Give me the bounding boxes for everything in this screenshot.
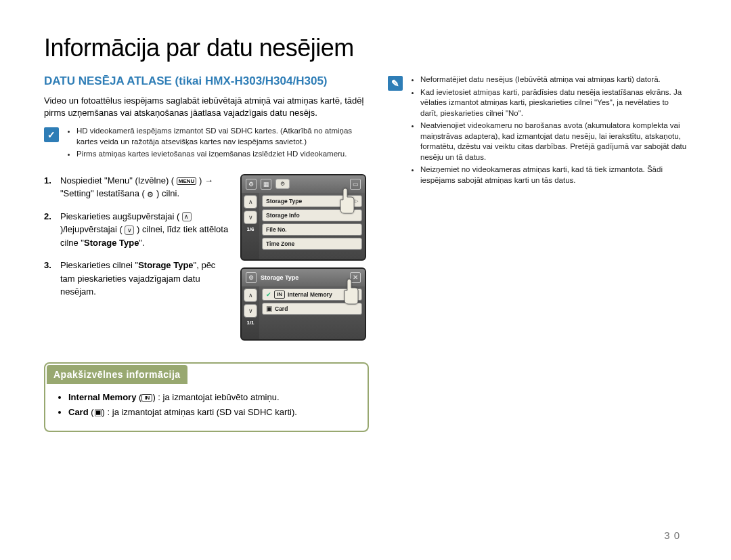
storage-icon: ▣ <box>348 198 353 204</box>
list-item[interactable]: ✔ IN Internal Memory <box>262 288 362 301</box>
step-number: 3. <box>44 259 56 299</box>
info-panel-header: Apakšizvēlnes informācija <box>47 365 187 384</box>
step-body: Pieskarieties augšupvērstajai ( ∧ )/leju… <box>60 210 232 250</box>
card-icon: ▣ <box>94 407 102 417</box>
gear-icon: ⚙ <box>147 189 154 200</box>
up-arrow-button[interactable]: ∧ <box>244 195 257 209</box>
section-heading: DATU NESĒJA ATLASE (tikai HMX-H303/H304/… <box>44 74 369 88</box>
page-number: 30 <box>664 530 684 541</box>
active-tab-icon: ⚙ <box>275 179 290 189</box>
close-icon[interactable]: ✕ <box>350 272 361 283</box>
note-left-item: HD videokamerā iespējams izmantot SD vai… <box>76 126 369 147</box>
note-box-left: ✓ HD videokamerā iespējams izmantot SD v… <box>44 126 369 162</box>
list-item[interactable]: Storage Info <box>262 209 362 221</box>
step-number: 1. <box>44 174 56 200</box>
battery-icon: ▭ <box>350 179 361 190</box>
internal-memory-icon: IN <box>274 290 285 299</box>
page-title: Informācija par datu nesējiem <box>44 34 687 62</box>
note-box-right: ✎ Neformatējiet datu nesējus (Iebūvētā a… <box>388 74 687 188</box>
step-body: Nospiediet "Menu" (Izvēlne) ( MENU ) → "… <box>60 174 232 200</box>
up-arrow-button[interactable]: ∧ <box>244 288 257 302</box>
down-arrow-button[interactable]: ∨ <box>244 211 257 224</box>
page-indicator: 1/1 <box>246 320 254 326</box>
gear-icon: ⚙ <box>246 179 257 190</box>
info-icon: ✎ <box>388 76 403 91</box>
film-icon: ▦ <box>261 179 271 190</box>
submenu-info-panel: Apakšizvēlnes informācija Internal Memor… <box>44 362 369 432</box>
ui-screenshot-storage-type: ⚙ Storage Type ✕ ∧ ∨ 1/1 <box>240 267 366 341</box>
list-item[interactable]: ▣ Card <box>262 303 362 315</box>
gear-icon: ⚙ <box>246 272 257 283</box>
down-arrow-icon: ∨ <box>125 225 134 235</box>
menu-icon: MENU <box>177 177 197 186</box>
step-body: Pieskarieties cilnei "Storage Type", pēc… <box>60 259 232 299</box>
card-icon: ▣ <box>266 305 272 312</box>
intro-paragraph: Video un fotoattēlus iespējams saglabāt … <box>44 95 369 119</box>
note-right-item: Neizņemiet no videokameras atmiņas karti… <box>420 165 687 186</box>
list-item[interactable]: Time Zone <box>262 238 362 250</box>
down-arrow-button[interactable]: ∨ <box>244 304 257 318</box>
steps-list: 1. Nospiediet "Menu" (Izvēlne) ( MENU ) … <box>44 174 232 308</box>
page-indicator: 1/6 <box>246 226 254 232</box>
list-item[interactable]: Storage Type ◁▣▷ <box>262 195 362 207</box>
up-arrow-icon: ∧ <box>182 212 192 221</box>
note-right-item: Kad ievietosiet atmiņas karti, parādīsie… <box>420 87 687 119</box>
check-icon: ✓ <box>44 127 59 142</box>
note-right-item: Neformatējiet datu nesējus (Iebūvētā atm… <box>420 74 687 85</box>
checkmark-icon: ✔ <box>266 291 271 298</box>
list-item[interactable]: File No. <box>262 223 362 236</box>
step-number: 2. <box>44 210 56 250</box>
info-item: Internal Memory (IN) : ja izmantojat ieb… <box>68 391 357 404</box>
note-right-item: Neatvienojiet videokameru no barošanas a… <box>420 121 687 163</box>
screen-title: Storage Type <box>261 274 346 281</box>
ui-screenshot-settings-list: ⚙ ▦ ⚙ ▭ ∧ ∨ 1/6 <box>240 174 366 261</box>
internal-memory-icon: IN <box>141 394 152 402</box>
info-item: Card (▣) : ja izmantojat atmiņas karti (… <box>68 406 357 419</box>
note-left-item: Pirms atmiņas kartes ievietošanas vai iz… <box>76 149 369 160</box>
